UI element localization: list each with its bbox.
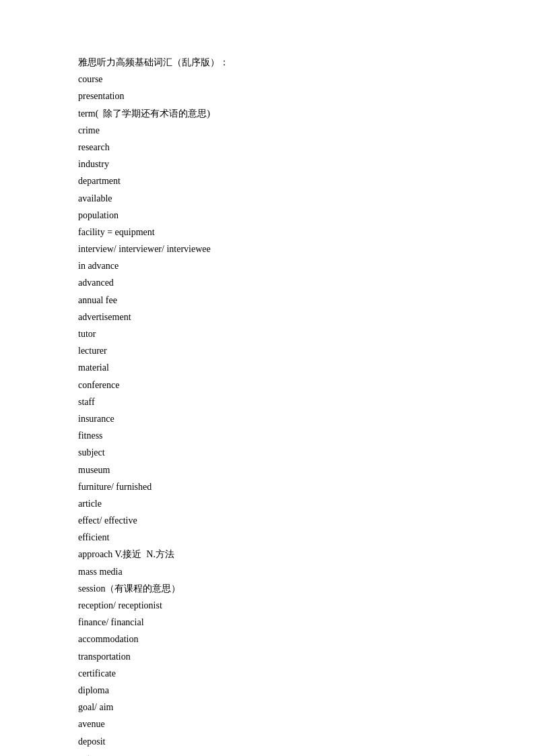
- text-line: extra: [78, 750, 467, 756]
- text-line: tutor: [78, 325, 467, 342]
- text-line: advanced: [78, 274, 467, 291]
- text-line: in advance: [78, 257, 467, 274]
- text-line: mass media: [78, 563, 467, 580]
- text-line: transportation: [78, 648, 467, 665]
- text-line: facility = equipment: [78, 224, 467, 241]
- content-area: 雅思听力高频基础词汇（乱序版）：coursepresentationterm( …: [78, 54, 467, 756]
- text-line: furniture/ furnished: [78, 478, 467, 495]
- text-line: diploma: [78, 682, 467, 699]
- text-line: session（有课程的意思）: [78, 580, 467, 597]
- text-line: effect/ effective: [78, 512, 467, 529]
- text-line: department: [78, 172, 467, 189]
- text-line: lecturer: [78, 342, 467, 359]
- text-line: reception/ receptionist: [78, 597, 467, 614]
- text-line: available: [78, 190, 467, 207]
- text-line: approach V.接近 N.方法: [78, 546, 467, 563]
- text-line: deposit: [78, 733, 467, 750]
- text-line: term( 除了学期还有术语的意思): [78, 105, 467, 122]
- text-line: fitness: [78, 427, 467, 444]
- text-line: annual fee: [78, 292, 467, 309]
- text-line: advertisement: [78, 309, 467, 325]
- text-line: conference: [78, 377, 467, 393]
- text-line: efficient: [78, 529, 467, 546]
- text-line: accommodation: [78, 631, 467, 648]
- text-line: industry: [78, 156, 467, 172]
- text-line: subject: [78, 444, 467, 461]
- text-line: museum: [78, 462, 467, 478]
- text-line: staff: [78, 393, 467, 410]
- text-line: avenue: [78, 716, 467, 732]
- text-line: goal/ aim: [78, 699, 467, 716]
- text-line: 雅思听力高频基础词汇（乱序版）：: [78, 54, 467, 71]
- text-line: presentation: [78, 88, 467, 104]
- page: 雅思听力高频基础词汇（乱序版）：coursepresentationterm( …: [0, 0, 534, 756]
- text-line: article: [78, 495, 467, 512]
- text-line: course: [78, 71, 467, 88]
- text-line: crime: [78, 122, 467, 139]
- text-line: interview/ interviewer/ interviewee: [78, 241, 467, 257]
- text-line: material: [78, 359, 467, 376]
- text-line: certificate: [78, 665, 467, 682]
- text-line: insurance: [78, 410, 467, 427]
- text-line: population: [78, 207, 467, 224]
- text-line: research: [78, 139, 467, 156]
- text-line: finance/ financial: [78, 614, 467, 631]
